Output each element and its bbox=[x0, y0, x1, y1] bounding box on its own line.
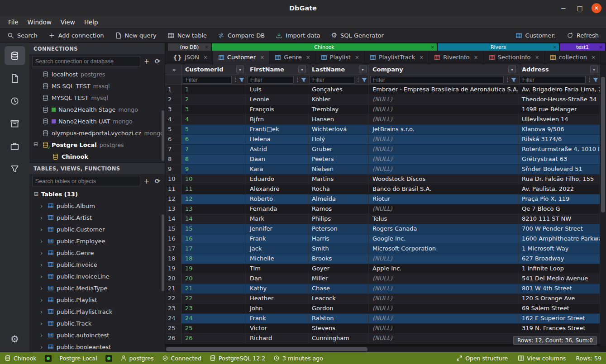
table-row[interactable]: 33FrançoisTremblay(NULL)1498 rue Bélange… bbox=[165, 105, 600, 115]
grid-cell[interactable]: Astrid bbox=[246, 145, 308, 154]
grid-cell[interactable]: Google Inc. bbox=[369, 234, 518, 244]
statusbar-item-postgres[interactable]: postgres bbox=[120, 355, 154, 362]
grid-cell[interactable]: Victor bbox=[246, 324, 308, 333]
close-icon[interactable]: × bbox=[260, 54, 264, 61]
row-number[interactable]: 22 bbox=[165, 294, 181, 303]
grid-cell[interactable]: (NULL) bbox=[369, 284, 518, 293]
grid-cell[interactable]: Helena bbox=[246, 135, 308, 144]
grid-cell[interactable]: 4 bbox=[181, 115, 246, 124]
grid-cell[interactable]: Peeters bbox=[308, 155, 369, 164]
connections-search-input[interactable] bbox=[32, 56, 140, 66]
activitybar-settings[interactable]: ⚙ bbox=[5, 330, 25, 349]
grid-cell[interactable]: Grétrystraat 63 bbox=[518, 155, 600, 164]
table-item-public-genre[interactable]: ›public.Genre bbox=[29, 247, 165, 259]
table-item-public-playlist[interactable]: ›public.Playlist bbox=[29, 294, 165, 306]
grid-cell[interactable]: (NULL) bbox=[369, 334, 518, 343]
row-number[interactable]: 16 bbox=[165, 234, 181, 244]
grid-cell[interactable]: 17 bbox=[181, 244, 246, 254]
filter-menu-icon[interactable]: ⋮ bbox=[587, 77, 592, 83]
grid-cell[interactable]: Fernanda bbox=[246, 204, 308, 214]
grid-cell[interactable]: Holý bbox=[308, 135, 369, 144]
filter-menu-icon[interactable]: ⋮ bbox=[505, 77, 510, 83]
table-item-public-invoiceline[interactable]: ›public.InvoiceLine bbox=[29, 270, 165, 282]
activitybar-apps[interactable] bbox=[5, 137, 25, 156]
close-icon[interactable]: ✕ bbox=[205, 45, 209, 50]
grid-cell[interactable]: 69 Salem Street bbox=[518, 304, 600, 313]
grid-cell[interactable]: Wichterlová bbox=[308, 125, 369, 134]
statusbar-item-open-structure[interactable]: Open structure bbox=[456, 355, 508, 362]
table-row[interactable]: 2222HeatherLeacock(NULL)120 S Orange Ave bbox=[165, 294, 600, 304]
row-number[interactable]: 13 bbox=[165, 204, 181, 214]
vertical-scrollbar-thumb[interactable] bbox=[601, 77, 605, 213]
grid-cell[interactable]: 26 bbox=[181, 334, 246, 343]
row-number[interactable]: 23 bbox=[165, 304, 181, 313]
table-row[interactable]: 1414MarkPhilipsTelus8210 111 ST NW bbox=[165, 214, 600, 224]
chevron-down-icon[interactable]: ▾ bbox=[359, 66, 367, 73]
grid-cell[interactable]: (NULL) bbox=[369, 274, 518, 284]
table-row[interactable]: 2020DanMiller(NULL)541 Del Medio Avenue bbox=[165, 274, 600, 284]
grid-cell[interactable]: 19 bbox=[181, 264, 246, 274]
tab-customer[interactable]: Customer× bbox=[213, 51, 270, 64]
grid-cell[interactable]: 22 bbox=[181, 294, 246, 303]
table-row[interactable]: 1212RobertoAlmeidaRioturPraça Pio X, 119 bbox=[165, 194, 600, 204]
row-number[interactable]: 11 bbox=[165, 184, 181, 194]
row-number[interactable]: 8 bbox=[165, 155, 181, 164]
grid-cell[interactable]: 25 bbox=[181, 324, 246, 333]
close-icon[interactable]: × bbox=[419, 54, 424, 61]
table-row[interactable]: 55Franti□ekWichterlováJetBrains s.r.o.Kl… bbox=[165, 125, 600, 135]
grid-cell[interactable]: Av. Paulista, 2022 bbox=[518, 184, 600, 194]
grid-cell[interactable]: Heather bbox=[246, 294, 308, 303]
grid-cell[interactable]: 12 bbox=[181, 194, 246, 204]
tab-playlist[interactable]: Playlist× bbox=[316, 51, 365, 64]
menu-window[interactable]: Window bbox=[23, 17, 56, 27]
grid-cell[interactable]: 1498 rue Bélanger bbox=[518, 105, 600, 114]
row-number[interactable]: 14 bbox=[165, 214, 181, 224]
chevron-right-icon[interactable]: › bbox=[40, 297, 45, 303]
grid-cell[interactable]: Ullevĺlsveien 14 bbox=[518, 115, 600, 124]
grid-cell[interactable]: Sřnder Boulevard 51 bbox=[518, 165, 600, 174]
row-number[interactable]: 3 bbox=[165, 105, 181, 114]
table-item-public-track[interactable]: ›public.Track bbox=[29, 317, 165, 329]
grid-cell[interactable]: Jack bbox=[246, 244, 308, 254]
chevron-down-icon[interactable]: ▾ bbox=[298, 66, 306, 73]
activitybar-history[interactable] bbox=[5, 91, 25, 110]
grid-cell[interactable]: 9 bbox=[181, 165, 246, 174]
grid-cell[interactable]: Nielsen bbox=[308, 165, 369, 174]
row-number[interactable]: 17 bbox=[165, 244, 181, 254]
grid-cell[interactable]: 1600 Amphitheatre Parkway bbox=[518, 234, 600, 244]
grid-cell[interactable]: Franti□ek bbox=[246, 125, 308, 134]
grid-cell[interactable]: Ramos bbox=[308, 204, 369, 214]
column-header-customerid[interactable]: CustomerId▾ bbox=[181, 64, 246, 75]
grid-cell[interactable]: 541 Del Medio Avenue bbox=[518, 274, 600, 284]
table-row[interactable]: 22LeonieKöhler(NULL)Theodor-Heuss-Straße… bbox=[165, 95, 600, 105]
table-item-public-mediatype[interactable]: ›public.MediaType bbox=[29, 282, 165, 294]
grid-cell[interactable]: Jennifer bbox=[246, 224, 308, 234]
row-number[interactable]: 20 bbox=[165, 274, 181, 284]
grid-cell[interactable]: Hansen bbox=[308, 115, 369, 124]
grid-cell[interactable]: Leacock bbox=[308, 294, 369, 303]
close-icon[interactable]: ✕ bbox=[599, 45, 603, 50]
connection-item-olympus-medportal-vychozi-cz[interactable]: olympus-medportal.vychozi.czmongo bbox=[29, 127, 165, 139]
grid-cell[interactable]: Apple Inc. bbox=[369, 264, 518, 274]
grid-cell[interactable]: 1 bbox=[181, 85, 246, 95]
table-item-public-customer[interactable]: ›public.Customer bbox=[29, 223, 165, 235]
row-number[interactable]: 12 bbox=[165, 194, 181, 204]
grid-cell[interactable]: Goyer bbox=[308, 264, 369, 274]
table-item-public-employee[interactable]: ›public.Employee bbox=[29, 235, 165, 247]
close-icon[interactable]: × bbox=[203, 54, 208, 61]
row-number[interactable]: 18 bbox=[165, 254, 181, 264]
grid-cell[interactable]: 120 S Orange Ave bbox=[518, 294, 600, 303]
grid-cell[interactable]: Riotur bbox=[369, 194, 518, 204]
column-header-address[interactable]: Address▾ bbox=[518, 64, 600, 75]
close-icon[interactable]: × bbox=[591, 54, 596, 61]
grid-cell[interactable]: (NULL) bbox=[369, 145, 518, 154]
grid-cell[interactable]: 2 bbox=[181, 95, 246, 104]
grid-cell[interactable]: Richard bbox=[246, 334, 308, 343]
tab-group-chinook[interactable]: Chinook✕ bbox=[212, 43, 437, 51]
grid-cell[interactable]: Alexandre bbox=[246, 184, 308, 194]
tab-json[interactable]: {}JSON× bbox=[168, 51, 213, 64]
chevron-right-icon[interactable]: › bbox=[40, 320, 45, 327]
grid-cell[interactable]: (NULL) bbox=[369, 294, 518, 303]
grid-cell[interactable]: Martins bbox=[308, 175, 369, 184]
grid-cell[interactable]: Gonçalves bbox=[308, 85, 369, 95]
